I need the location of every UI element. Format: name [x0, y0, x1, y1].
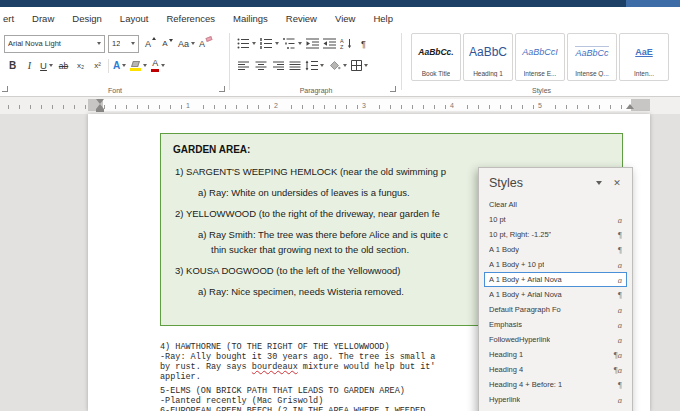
ribbon-tab[interactable]: View [326, 13, 364, 24]
sort-button[interactable]: AZ [339, 34, 354, 53]
line-spacing-icon [305, 60, 318, 71]
style-list-item[interactable]: 10 pt, Right: -1.25" ¶ [484, 227, 627, 242]
borders-button[interactable] [350, 56, 369, 75]
style-card-book-title[interactable]: AaBbCc. Book Title [411, 33, 461, 81]
ruler-number: 5 [535, 101, 545, 110]
style-list-item[interactable]: A 1 Body + Arial Nova ¶ [484, 287, 627, 302]
style-name: A 1 Body + 10 pt [489, 260, 544, 269]
style-list-item[interactable]: Emphasis a [484, 317, 627, 332]
shrink-font-button[interactable]: A [160, 34, 175, 53]
font-name-combobox[interactable]: Arial Nova Light [4, 35, 105, 53]
style-card-heading1[interactable]: AaBbC Heading 1 [463, 33, 513, 81]
misspelled-word: bourdeaux [252, 362, 298, 372]
highlight-color-button[interactable] [129, 56, 148, 75]
grow-font-button[interactable]: A [143, 34, 158, 53]
numbering-button[interactable] [259, 34, 280, 53]
left-indent-marker[interactable] [96, 109, 104, 112]
font-dialog-launcher-icon[interactable] [219, 86, 225, 92]
style-list-item[interactable]: Heading 4 + Before: 1 ¶ [484, 377, 627, 392]
shading-button[interactable] [327, 56, 348, 75]
increase-indent-button[interactable] [322, 34, 337, 53]
style-preview: AaBbCc. [418, 47, 453, 57]
style-list-item[interactable]: Heading 1 ¶a [484, 347, 627, 362]
font-color-icon: A [151, 59, 159, 71]
style-list-item[interactable]: 10 pt a [484, 212, 627, 227]
style-preview: AaE [635, 47, 653, 57]
ribbon-tab[interactable]: Mailings [224, 13, 277, 24]
font-color-button[interactable]: A [150, 56, 166, 75]
justify-icon [289, 61, 301, 71]
superscript-button[interactable]: x² [90, 56, 105, 75]
style-list-item[interactable]: FollowedHyperlink a [484, 332, 627, 347]
eraser-icon [206, 36, 213, 42]
styles-group-label: Styles [403, 87, 680, 94]
style-preview: AaBbC [469, 45, 507, 59]
text-effects-button[interactable]: A [112, 56, 127, 75]
show-formatting-marks-button[interactable]: ¶ [356, 34, 371, 53]
font-size-combobox[interactable]: 12 [108, 35, 139, 53]
highlighter-icon [130, 61, 141, 71]
style-type-marker: a [618, 275, 622, 285]
bullets-button[interactable] [236, 34, 257, 53]
align-left-button[interactable] [236, 56, 251, 75]
ribbon-tab[interactable]: Design [63, 13, 111, 24]
ribbon-tab[interactable]: Layout [111, 13, 158, 24]
mono-line: 6-EUROPEAN GREEN BEECH (2 IN THE AREA WH… [160, 406, 435, 411]
right-indent-marker[interactable] [626, 104, 634, 109]
underline-button[interactable]: U [39, 56, 54, 75]
justify-button[interactable] [287, 56, 302, 75]
close-button[interactable]: ✕ [608, 175, 626, 190]
ribbon-tab[interactable]: Help [364, 13, 402, 24]
group-divider [229, 33, 230, 90]
chevron-down-icon [275, 42, 279, 45]
chevron-down-icon [364, 64, 368, 67]
arrow-down-icon [169, 39, 173, 42]
pilcrow-icon: ¶ [361, 39, 366, 49]
increase-indent-icon [323, 38, 336, 49]
clear-formatting-button[interactable]: A [198, 34, 213, 53]
ribbon-tab[interactable]: ert [0, 13, 23, 24]
ribbon-tab[interactable]: Draw [23, 13, 63, 24]
ribbon-tab[interactable]: References [157, 13, 224, 24]
ribbon-tab[interactable]: Review [277, 13, 326, 24]
style-card-intense-emphasis[interactable]: AaBbCcI Intense E... [515, 33, 565, 81]
paragraph-group: AZ ¶ [233, 29, 399, 96]
pane-menu-button[interactable] [590, 175, 608, 190]
strikethrough-button[interactable]: ab [56, 56, 71, 75]
change-case-button[interactable]: Aa [177, 34, 196, 53]
underline-icon: U [40, 60, 47, 71]
styles-pane-header: Styles ✕ [479, 168, 632, 194]
paragraph-dialog-launcher-icon[interactable] [390, 86, 396, 92]
italic-button[interactable]: I [22, 56, 37, 75]
style-list-item[interactable]: Hyperlink a [484, 392, 627, 407]
style-card-intense-quote[interactable]: AaBbCc Intense Q... [567, 33, 617, 81]
style-name: A 1 Body + Arial Nova [489, 290, 562, 299]
style-list-item[interactable]: A 1 Body ¶ [484, 242, 627, 257]
align-center-button[interactable] [253, 56, 268, 75]
align-right-button[interactable] [270, 56, 285, 75]
style-type-marker: ¶ [618, 245, 622, 255]
style-list-item[interactable]: A 1 Body + Arial Nova a [484, 272, 627, 287]
style-card-label: Heading 1 [473, 70, 503, 77]
decrease-indent-button[interactable] [305, 34, 320, 53]
title-bar [0, 0, 680, 7]
style-type-marker: a [618, 305, 622, 315]
style-list-item[interactable]: A 1 Body + 10 pt a [484, 257, 627, 272]
style-list-item[interactable]: Heading 4 ¶a [484, 362, 627, 377]
style-type-marker: a [618, 215, 622, 225]
style-card-intense-reference[interactable]: AaE Inten... [619, 33, 669, 81]
multilevel-list-button[interactable] [282, 34, 303, 53]
mono-line: -Ray: Ally bought it 30 years ago. The t… [160, 352, 435, 362]
numbered-list-icon [260, 38, 273, 49]
mono-line: applier. [160, 372, 435, 382]
subscript-button[interactable]: x₂ [73, 56, 88, 75]
style-list-item[interactable]: Clear All [484, 197, 627, 212]
bold-button[interactable]: B [5, 56, 20, 75]
style-list-item[interactable]: Default Paragraph Fo a [484, 302, 627, 317]
styles-pane-title: Styles [489, 176, 590, 190]
font-name-value: Arial Nova Light [8, 39, 61, 48]
grow-font-icon: A [145, 39, 151, 49]
line-spacing-button[interactable] [304, 56, 325, 75]
style-name: Heading 4 + Before: 1 [489, 380, 562, 389]
chevron-down-icon [298, 42, 302, 45]
